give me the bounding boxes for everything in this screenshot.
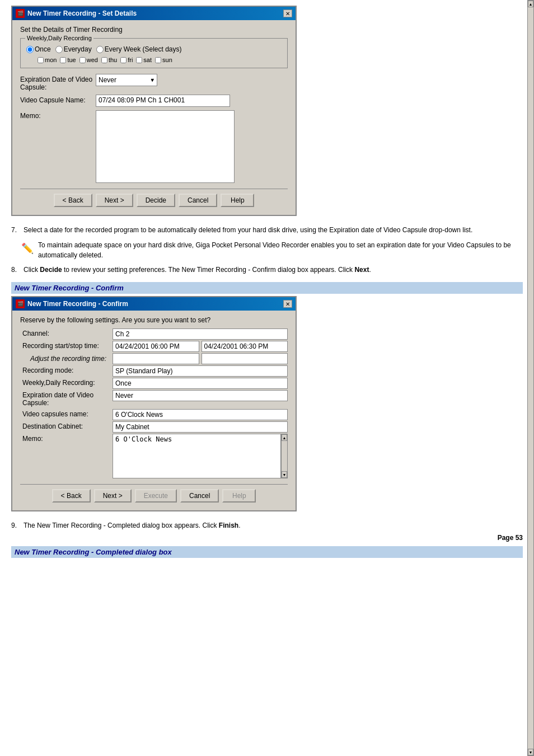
radio-everyweek-item[interactable]: Every Week (Select days) (96, 45, 182, 53)
instruction-7: 7. Select a date for the recorded progra… (11, 225, 523, 236)
note-block-1: ✏️ To maintain adequate space on your ha… (21, 240, 523, 260)
dialog2-icon: 🎬 (16, 299, 25, 308)
weekly-daily-row: Weekly,Daily Recording: Once (20, 378, 288, 389)
capsule-name-field[interactable]: 07/24 08:09 PM Ch 1 CH001 (96, 95, 230, 107)
scroll-down-arrow[interactable]: ▼ (528, 749, 533, 755)
destination-row: Destination Cabinet: My Cabinet (20, 421, 288, 433)
checkbox-thu[interactable] (101, 57, 107, 63)
dialog1-titlebar: 🎬 New Timer Recording - Set Details ✕ (12, 7, 296, 20)
memo-row: Memo: ▲ ▼ (20, 110, 288, 183)
day-mon[interactable]: mon (38, 57, 57, 63)
confirm-memo-textarea[interactable] (113, 434, 281, 478)
instruction-7-text: Select a date for the recorded program t… (24, 225, 472, 236)
radio-everyweek-label: Every Week (Select days) (105, 45, 182, 53)
dialog2-next-button[interactable]: Next > (94, 489, 132, 503)
instruction-8-text: Click Decide to review your setting pref… (24, 265, 371, 275)
page-number: Page 53 (11, 534, 523, 542)
recording-mode-value: SP (Standard Play) (113, 365, 288, 377)
dialog2-back-button[interactable]: < Back (52, 489, 91, 503)
adjust-values (113, 353, 288, 364)
checkbox-wed[interactable] (79, 57, 86, 63)
memo-scrollbar[interactable]: ▲ ▼ (527, 0, 534, 756)
instruction-9: 9. The New Timer Recording - Completed d… (11, 520, 523, 531)
adjust-value2 (202, 353, 288, 364)
groupbox-title: Weekly,Daily Recording (25, 35, 93, 41)
radio-everyday-item[interactable]: Everyday (55, 45, 92, 53)
memo-textarea[interactable] (96, 110, 235, 183)
capsule-name-confirm-value: 6 O'Clock News (113, 409, 288, 420)
dialog1-title: New Timer Recording - Set Details (27, 10, 137, 17)
expiration-row: Expiration Date of Video Capsule: Never … (20, 74, 288, 91)
instruction-9-text: The New Timer Recording - Completed dial… (24, 520, 241, 531)
day-tue[interactable]: tue (60, 57, 76, 63)
expiration-dropdown[interactable]: Never ▼ (96, 74, 157, 86)
weekly-label: Weekly,Daily Recording: (20, 378, 113, 388)
weekly-value: Once (113, 378, 288, 389)
dialog2-execute-button[interactable]: Execute (135, 489, 177, 503)
capsule-name-value: 07/24 08:09 PM Ch 1 CH001 (99, 96, 185, 104)
checkbox-mon[interactable] (38, 57, 44, 63)
dialog1-close-button[interactable]: ✕ (283, 10, 292, 17)
capsule-name-label: Video Capsule Name: (20, 95, 96, 104)
checkbox-sat[interactable] (136, 57, 142, 63)
days-row: mon tue wed thu fri sat sun (26, 57, 282, 63)
day-wed[interactable]: wed (79, 57, 98, 63)
set-details-dialog: 🎬 New Timer Recording - Set Details ✕ Se… (11, 6, 297, 216)
dialog2-title: New Timer Recording - Confirm (27, 300, 128, 308)
dialog2-button-row: < Back Next > Execute Cancel Help (20, 484, 288, 505)
recording-time-row: Recording start/stop time: 04/24/2001 06… (20, 341, 288, 352)
dialog1-decide-button[interactable]: Decide (137, 194, 175, 207)
checkbox-fri[interactable] (120, 57, 127, 63)
instruction-7-number: 7. (11, 225, 20, 236)
capsule-name-confirm-row: Video capsules name: 6 O'Clock News (20, 409, 288, 420)
dialog2-cancel-button[interactable]: Cancel (180, 489, 219, 503)
recording-time-values: 04/24/2001 06:00 PM 04/24/2001 06:30 PM (113, 341, 288, 352)
dialog2-help-button[interactable]: Help (222, 489, 256, 503)
instruction-9-bold: Finish (219, 522, 238, 529)
memo-label: Memo: (20, 110, 96, 120)
dialog1-help-button[interactable]: Help (221, 194, 254, 207)
channel-label: Channel: (20, 328, 113, 339)
radio-once-item[interactable]: Once (26, 45, 51, 53)
expiration-value: Never (99, 76, 116, 84)
radio-once[interactable] (26, 46, 34, 53)
recording-time-label: Recording start/stop time: (20, 341, 113, 351)
channel-row: Channel: Ch 2 (20, 328, 288, 340)
radio-everyday[interactable] (55, 46, 63, 53)
dialog1-cancel-button[interactable]: Cancel (179, 194, 217, 207)
confirm-memo-scrollbar[interactable]: ▲ ▼ (281, 434, 288, 478)
confirm-scroll-down[interactable]: ▼ (282, 471, 287, 478)
confirm-dialog: 🎬 New Timer Recording - Confirm ✕ Reserv… (11, 296, 297, 511)
expiration-label: Expiration Date of Video Capsule: (20, 74, 96, 91)
dialog2-close-button[interactable]: ✕ (283, 300, 292, 308)
dialog1-subtitle: Set the Details of Timer Recording (20, 26, 288, 34)
checkbox-tue[interactable] (60, 57, 66, 63)
day-sat[interactable]: sat (136, 57, 152, 63)
confirm-expiration-row: Expiration date of Video Capsule: Never (20, 390, 288, 408)
recording-time-end: 04/24/2001 06:30 PM (202, 341, 288, 352)
day-sun[interactable]: sun (155, 57, 172, 63)
confirm-expiration-label: Expiration date of Video Capsule: (20, 390, 113, 408)
day-fri[interactable]: fri (120, 57, 133, 63)
scroll-up-arrow[interactable]: ▲ (528, 1, 533, 7)
confirm-scroll-up[interactable]: ▲ (282, 434, 287, 441)
channel-value: Ch 2 (113, 328, 288, 340)
recording-time-start: 04/24/2001 06:00 PM (113, 341, 199, 352)
expiration-dropdown-arrow: ▼ (150, 77, 155, 83)
radio-once-label: Once (35, 45, 51, 53)
radio-everyweek[interactable] (96, 46, 104, 53)
radio-everyday-label: Everyday (64, 45, 92, 53)
dialog1-next-button[interactable]: Next > (96, 194, 133, 207)
destination-label: Destination Cabinet: (20, 421, 113, 431)
confirm-section-heading: New Timer Recording - Confirm (11, 282, 523, 294)
recording-mode-label: Recording mode: (20, 365, 113, 375)
day-thu[interactable]: thu (101, 57, 117, 63)
instruction-8: 8. Click Decide to review your setting p… (11, 265, 523, 275)
dialog2-titlebar: 🎬 New Timer Recording - Confirm ✕ (12, 297, 296, 311)
bottom-section-heading: New Timer Recording - Completed dialog b… (11, 546, 523, 558)
note-icon: ✏️ (21, 241, 34, 256)
dialog1-back-button[interactable]: < Back (54, 194, 92, 207)
dialog1-icon: 🎬 (16, 9, 25, 18)
weekly-daily-groupbox: Weekly,Daily Recording Once Everyday Eve… (20, 38, 288, 68)
checkbox-sun[interactable] (155, 57, 161, 63)
